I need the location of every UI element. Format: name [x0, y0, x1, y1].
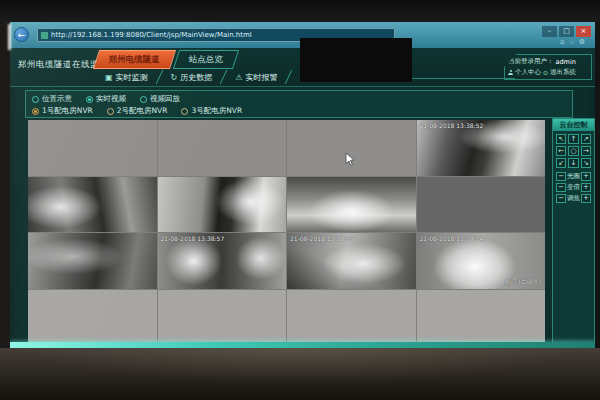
monitor-icon: ▣ — [105, 73, 113, 82]
profile-link[interactable]: 个人中心 — [515, 68, 541, 77]
camera-cell-6[interactable] — [158, 177, 287, 233]
tab-2[interactable]: 站点总览 — [173, 50, 239, 69]
menu-item-3[interactable]: ⚠实时报警 — [226, 72, 286, 83]
camera-timestamp: 21-08-2018 13:38:59 — [290, 235, 354, 242]
ptz-zoom-label: 变倍 — [567, 183, 580, 192]
ptz-focus-plus-button[interactable]: + — [581, 194, 591, 203]
empty-cell-15 — [287, 290, 416, 346]
radio-view-mode-1[interactable]: 位置示意 — [32, 94, 72, 104]
menu-item-label: 实时报警 — [245, 72, 277, 83]
radio-label: 实时视频 — [96, 94, 126, 104]
camera-timestamp: 21-08-2018 13:38:52 — [420, 122, 484, 129]
tab-1[interactable]: 郑州电缆隧道 — [93, 50, 176, 69]
close-button[interactable]: × — [576, 26, 591, 37]
ptz-down-button[interactable]: ↓ — [568, 158, 578, 168]
ptz-right-button[interactable]: → — [581, 146, 591, 156]
username: admin — [556, 58, 576, 66]
ptz-up-right-button[interactable]: ↗ — [581, 134, 591, 144]
power-icon: ⊙ — [543, 69, 548, 76]
ptz-down-left-button[interactable]: ↙ — [556, 158, 566, 168]
ptz-left-button[interactable]: ← — [556, 146, 566, 156]
window-controls: – □ × — [542, 26, 591, 37]
empty-cell-2 — [158, 120, 287, 176]
ptz-iris-plus-button[interactable]: + — [581, 172, 591, 181]
camera-name-label: 南门 (二级区) — [504, 278, 541, 287]
photo-dark-left — [0, 22, 10, 348]
browser-back-button[interactable]: ← — [14, 27, 29, 42]
filter-panel: 位置示意实时视频视频回放 1号配电房NVR2号配电房NVR3号配电房NVR — [25, 90, 573, 118]
menu-bar: ▣实时监测↻历史数据⚠实时报警⚙ — [96, 69, 320, 85]
camera-timestamp: 21-08-2018 13:38:57 — [161, 235, 225, 242]
dark-dropdown-overlay — [300, 38, 412, 82]
menu-item-1[interactable]: ▣实时监测 — [96, 72, 157, 83]
camera-cell-10[interactable]: 21-08-2018 13:38:57 — [158, 233, 287, 289]
radio-nvr-1[interactable]: 1号配电房NVR — [32, 106, 93, 116]
radio-view-mode-2[interactable]: 实时视频 — [86, 94, 126, 104]
maximize-button[interactable]: □ — [559, 26, 574, 37]
ptz-iris-minus-button[interactable]: − — [556, 172, 566, 181]
url-text: http://192.168.1.199:8080/Client/jsp/Mai… — [51, 31, 252, 39]
menu-item-label: 历史数据 — [180, 72, 212, 83]
ptz-panel: 云台控制 ↖↑↗←○→↙↓↘ −光圈+−变倍+−调焦+ — [552, 118, 595, 345]
tab-bar: 郑州电缆隧道站点总览 — [96, 50, 239, 69]
ptz-up-left-button[interactable]: ↖ — [556, 134, 566, 144]
radio-dot — [32, 108, 39, 115]
empty-cell-14 — [158, 290, 287, 346]
logout-link[interactable]: 退出系统 — [550, 68, 576, 77]
camera-cell-4[interactable]: 21-08-2018 13:38:52 — [417, 120, 546, 176]
settings-icon[interactable]: ⚙ — [579, 38, 589, 46]
empty-cell-16 — [417, 290, 546, 346]
ptz-zoom-plus-button[interactable]: + — [581, 183, 591, 192]
user-info-box: 当前登录用户： admin 个人中心 ⊙ 退出系统 — [504, 54, 592, 80]
ptz-zoom-minus-button[interactable]: − — [556, 183, 566, 192]
camera-timestamp: 21-08-2018 13:39:04 — [420, 235, 484, 242]
photo-dark-top — [0, 0, 600, 22]
camera-grid: 21-08-2018 13:38:5221-08-2018 13:38:5721… — [28, 120, 545, 345]
camera-cell-5[interactable] — [28, 177, 157, 233]
ptz-iris-label: 光圈 — [567, 172, 580, 181]
ptz-auto-button[interactable]: ○ — [568, 146, 578, 156]
radio-label: 3号配电房NVR — [191, 106, 242, 116]
ptz-zoom-row: −变倍+ — [553, 182, 594, 193]
photo-dark-right — [595, 22, 600, 348]
nvr-radio-group: 1号配电房NVR2号配电房NVR3号配电房NVR — [32, 105, 566, 117]
empty-cell-13 — [28, 290, 157, 346]
ptz-focus-minus-button[interactable]: − — [556, 194, 566, 203]
photo-dark-bottom — [0, 348, 600, 400]
radio-view-mode-3[interactable]: 视频回放 — [140, 94, 180, 104]
favorites-icon[interactable]: ☆ — [568, 38, 578, 46]
view-mode-radio-group: 位置示意实时视频视频回放 — [32, 93, 566, 105]
camera-cell-11[interactable]: 21-08-2018 13:38:59 — [287, 233, 416, 289]
radio-dot — [107, 108, 114, 115]
ptz-iris-row: −光圈+ — [553, 171, 594, 182]
camera-cell-7[interactable] — [287, 177, 416, 233]
ptz-down-right-button[interactable]: ↘ — [581, 158, 591, 168]
empty-cell-1 — [28, 120, 157, 176]
camera-cell-9[interactable] — [28, 233, 157, 289]
current-user-line: 当前登录用户： admin — [508, 56, 588, 67]
radio-nvr-3[interactable]: 3号配电房NVR — [181, 106, 242, 116]
user-actions-line: 个人中心 ⊙ 退出系统 — [508, 67, 588, 78]
minimize-button[interactable]: – — [542, 26, 557, 37]
radio-label: 位置示意 — [42, 94, 72, 104]
radio-nvr-2[interactable]: 2号配电房NVR — [107, 106, 168, 116]
radio-dot — [86, 96, 93, 103]
camera-cell-8[interactable] — [417, 177, 546, 233]
person-icon — [508, 70, 513, 75]
menu-item-label: 实时监测 — [116, 72, 148, 83]
screen-edge-reflection — [8, 24, 11, 50]
camera-cell-12[interactable]: 21-08-2018 13:39:04南门 (二级区) — [417, 233, 546, 289]
ptz-lens-controls: −光圈+−变倍+−调焦+ — [553, 171, 594, 204]
ptz-direction-pad: ↖↑↗←○→↙↓↘ — [553, 131, 594, 171]
radio-dot — [140, 96, 147, 103]
radio-label: 2号配电房NVR — [117, 106, 168, 116]
radio-label: 视频回放 — [150, 94, 180, 104]
ptz-up-button[interactable]: ↑ — [568, 134, 578, 144]
menu-item-2[interactable]: ↻历史数据 — [162, 72, 222, 83]
ptz-focus-label: 调焦 — [567, 194, 580, 203]
alarm-icon: ⚠ — [235, 73, 242, 82]
radio-dot — [181, 108, 188, 115]
radio-label: 1号配电房NVR — [42, 106, 93, 116]
ptz-focus-row: −调焦+ — [553, 193, 594, 204]
page-favicon — [41, 32, 48, 39]
